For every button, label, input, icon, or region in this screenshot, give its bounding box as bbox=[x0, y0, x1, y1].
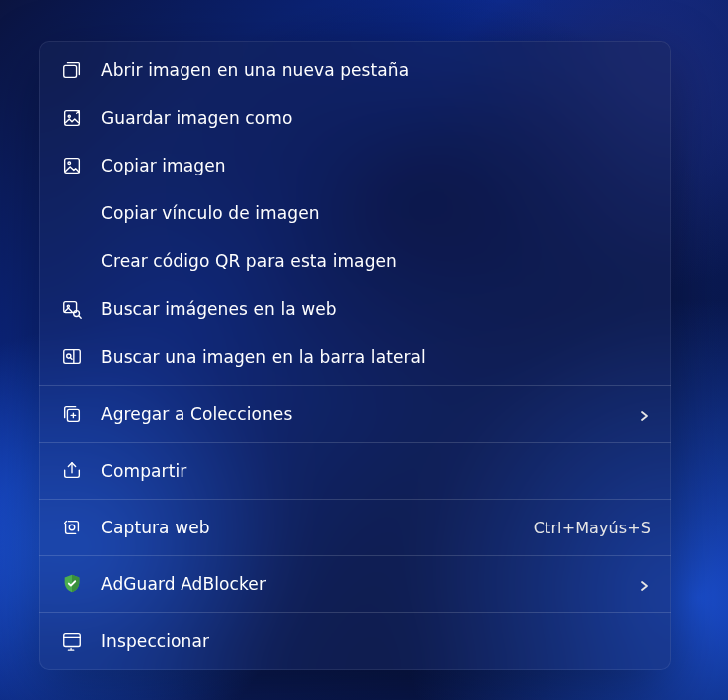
menu-separator bbox=[39, 555, 671, 556]
menu-item-label: Copiar imagen bbox=[101, 156, 651, 175]
save-image-icon bbox=[61, 107, 83, 129]
open-new-tab-icon bbox=[61, 59, 83, 81]
menu-item-add-to-collections[interactable]: Agregar a Colecciones bbox=[39, 390, 671, 438]
menu-item-label: Crear código QR para esta imagen bbox=[101, 251, 651, 271]
menu-item-accelerator: Ctrl+Mayús+S bbox=[534, 519, 651, 537]
chevron-right-icon bbox=[637, 407, 651, 421]
menu-item-label: Buscar una imagen en la barra lateral bbox=[101, 347, 651, 367]
menu-item-label: Buscar imágenes en la web bbox=[101, 299, 651, 319]
context-menu: Abrir imagen en una nueva pestaña Guarda… bbox=[39, 41, 671, 670]
menu-item-label: AdGuard AdBlocker bbox=[101, 574, 619, 594]
menu-separator bbox=[39, 442, 671, 443]
sidebar-search-icon bbox=[61, 346, 83, 368]
svg-point-6 bbox=[67, 305, 69, 307]
svg-rect-12 bbox=[64, 634, 81, 647]
menu-item-label: Guardar imagen como bbox=[101, 108, 651, 128]
blank-icon bbox=[61, 202, 83, 224]
collections-add-icon bbox=[61, 403, 83, 425]
web-capture-icon bbox=[61, 517, 83, 538]
image-search-icon bbox=[61, 298, 83, 320]
shield-icon bbox=[61, 573, 83, 595]
menu-item-label: Compartir bbox=[101, 461, 651, 481]
menu-item-inspect[interactable]: Inspeccionar bbox=[39, 617, 671, 665]
svg-point-11 bbox=[69, 525, 75, 530]
menu-item-search-image-sidebar[interactable]: Buscar una imagen en la barra lateral bbox=[39, 333, 671, 381]
menu-item-open-image-new-tab[interactable]: Abrir imagen en una nueva pestaña bbox=[39, 46, 671, 94]
menu-separator bbox=[39, 612, 671, 613]
menu-item-web-capture[interactable]: Captura web Ctrl+Mayús+S bbox=[39, 504, 671, 551]
menu-item-save-image-as[interactable]: Guardar imagen como bbox=[39, 94, 671, 142]
blank-icon bbox=[61, 250, 83, 272]
inspect-icon bbox=[61, 630, 83, 652]
svg-point-4 bbox=[68, 162, 71, 165]
menu-item-label: Captura web bbox=[101, 518, 516, 537]
svg-rect-0 bbox=[64, 65, 77, 77]
menu-item-create-qr[interactable]: Crear código QR para esta imagen bbox=[39, 237, 671, 285]
menu-item-label: Agregar a Colecciones bbox=[101, 404, 619, 424]
chevron-right-icon bbox=[637, 577, 651, 591]
menu-separator bbox=[39, 385, 671, 386]
share-icon bbox=[61, 460, 83, 482]
menu-item-share[interactable]: Compartir bbox=[39, 447, 671, 495]
svg-point-2 bbox=[68, 115, 70, 117]
menu-item-label: Inspeccionar bbox=[101, 631, 651, 651]
menu-item-adguard[interactable]: AdGuard AdBlocker bbox=[39, 560, 671, 608]
menu-item-copy-image-link[interactable]: Copiar vínculo de imagen bbox=[39, 189, 671, 237]
menu-item-label: Copiar vínculo de imagen bbox=[101, 203, 651, 223]
menu-separator bbox=[39, 499, 671, 500]
menu-item-copy-image[interactable]: Copiar imagen bbox=[39, 142, 671, 189]
copy-image-icon bbox=[61, 155, 83, 176]
menu-item-search-web-images[interactable]: Buscar imágenes en la web bbox=[39, 285, 671, 333]
menu-item-label: Abrir imagen en una nueva pestaña bbox=[101, 60, 651, 80]
